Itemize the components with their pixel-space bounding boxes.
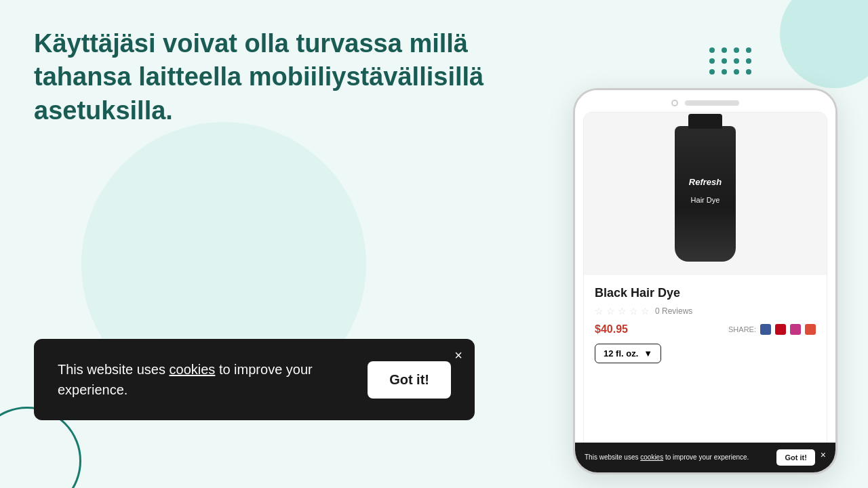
decorative-circle-top-right (780, 0, 868, 88)
star-4: ☆ (629, 306, 638, 317)
googleplus-icon[interactable] (805, 324, 816, 335)
small-cookie-prefix: This website uses (585, 453, 640, 460)
star-5: ☆ (641, 306, 650, 317)
got-it-button[interactable]: Got it! (368, 361, 451, 399)
dropdown-arrow-icon: ▼ (644, 348, 652, 359)
product-brand-label: Refresh (689, 177, 722, 187)
size-value: 12 fl. oz. (604, 348, 638, 359)
phone-screen-content: Refresh Hair Dye Black Hair Dye ☆ ☆ ☆ ☆ … (583, 112, 827, 460)
product-name: Black Hair Dye (595, 286, 816, 300)
product-image: Refresh Hair Dye (675, 126, 736, 262)
product-rating: ☆ ☆ ☆ ☆ ☆ 0 Reviews (595, 306, 816, 317)
phone-speaker (685, 100, 739, 106)
cookie-banner-large: × This website uses cookies to improve y… (34, 339, 475, 420)
cookie-link[interactable]: cookies (170, 362, 216, 377)
page-heading: Käyttäjäsi voivat olla turvassa millä ta… (34, 27, 563, 127)
facebook-icon[interactable] (760, 324, 771, 335)
cookie-close-button[interactable]: × (454, 348, 462, 362)
decorative-dots (709, 47, 753, 75)
cookie-banner-large-text: This website uses cookies to improve you… (58, 359, 347, 400)
cookie-banner-small-text: This website uses cookies to improve you… (585, 453, 770, 460)
phone-mockup: Refresh Hair Dye Black Hair Dye ☆ ☆ ☆ ☆ … (573, 88, 837, 474)
star-3: ☆ (618, 306, 627, 317)
reviews-count: 0 Reviews (655, 306, 692, 316)
product-image-area: Refresh Hair Dye (584, 113, 827, 275)
phone-camera (671, 100, 678, 106)
price-share-row: $40.95 SHARE: (595, 323, 816, 336)
cookie-banner-small: This website uses cookies to improve you… (583, 443, 827, 460)
share-section: SHARE: (728, 324, 816, 335)
product-info: Black Hair Dye ☆ ☆ ☆ ☆ ☆ 0 Reviews $40.9… (584, 275, 827, 374)
size-selector[interactable]: 12 fl. oz. ▼ (595, 344, 661, 363)
small-cookie-link[interactable]: cookies (640, 453, 663, 460)
cookie-message-prefix: This website uses (58, 362, 170, 377)
tube-cap (688, 114, 722, 129)
share-label: SHARE: (728, 325, 756, 333)
small-cookie-close-button[interactable]: × (821, 449, 826, 460)
pinterest-icon[interactable] (775, 324, 786, 335)
product-price: $40.95 (595, 323, 628, 336)
star-1: ☆ (595, 306, 604, 317)
small-cookie-suffix: to improve your experience. (663, 453, 749, 460)
small-got-it-button[interactable]: Got it! (776, 449, 814, 460)
instagram-icon[interactable] (790, 324, 801, 335)
star-2: ☆ (606, 306, 615, 317)
phone-notch (575, 90, 835, 112)
product-type-label: Hair Dye (686, 190, 726, 210)
